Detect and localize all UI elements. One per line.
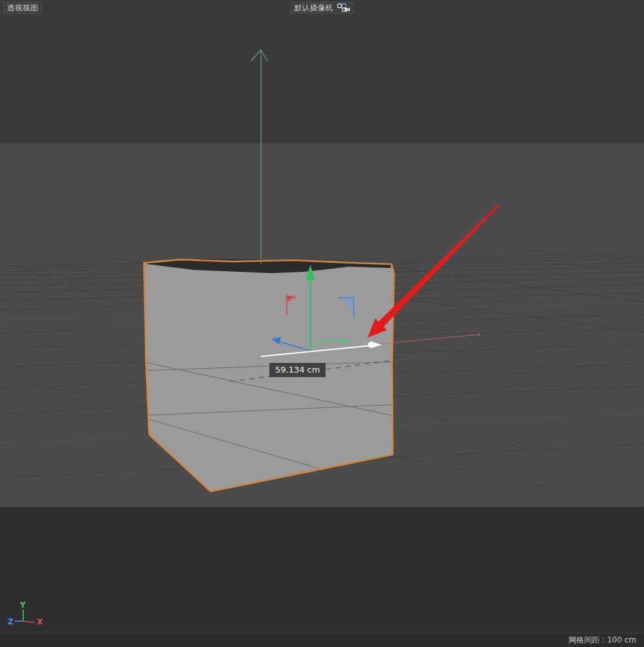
camera-menu[interactable]: 默认摄像机 <box>291 2 354 14</box>
view-menu[interactable]: 透视视图 <box>3 2 42 14</box>
axis-y-label: Y <box>19 601 26 610</box>
axis-x-label: X <box>37 617 43 626</box>
camera-icon[interactable] <box>337 3 350 12</box>
status-bar: 网格间距 : 100 cm <box>0 633 644 647</box>
measurement-label: 59.134 cm <box>269 363 326 377</box>
cube-object[interactable] <box>145 263 394 491</box>
viewport-canvas[interactable]: Y Z X <box>0 0 644 647</box>
background-foreground <box>0 507 644 647</box>
grid-spacing-readout: 网格间距 : 100 cm <box>568 635 636 646</box>
camera-menu-label: 默认摄像机 <box>295 3 333 12</box>
axis-z-label: Z <box>8 617 14 626</box>
background-sky <box>0 0 644 143</box>
viewport[interactable]: Y Z X 透视视图 默认摄像机 59.134 cm 网格间距 : 100 cm <box>0 0 644 647</box>
